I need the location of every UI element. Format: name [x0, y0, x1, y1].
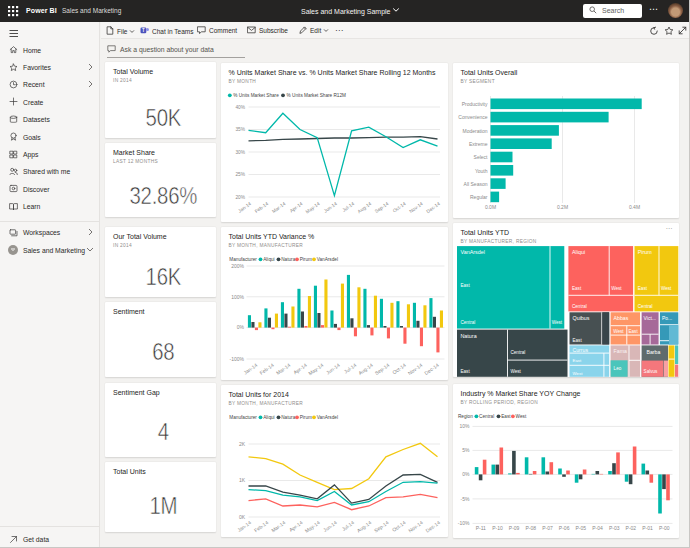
svg-text:Currus: Currus	[572, 346, 588, 352]
svg-text:Quibus: Quibus	[572, 315, 589, 321]
svg-text:Feb-14: Feb-14	[252, 519, 269, 533]
svg-text:T: T	[142, 27, 145, 32]
svg-text:Jun-14: Jun-14	[322, 519, 338, 533]
svg-text:Aug-14: Aug-14	[355, 519, 372, 533]
svg-text:Abbas: Abbas	[613, 315, 628, 321]
svg-text:Natura: Natura	[460, 332, 476, 338]
svg-text:East: East	[637, 286, 647, 291]
svg-text:% Units Market Share: % Units Market Share	[233, 93, 279, 98]
svg-text:P-10: P-10	[492, 525, 503, 531]
svg-text:Mar-14: Mar-14	[270, 519, 287, 533]
svg-text:Jun-14: Jun-14	[324, 362, 340, 376]
svg-text:Select: Select	[473, 154, 488, 160]
svg-text:Jan-14: Jan-14	[236, 519, 252, 533]
svg-text:P-03: P-03	[608, 525, 619, 531]
svg-text:Productivity: Productivity	[461, 101, 487, 107]
svg-text:P-09: P-09	[508, 525, 519, 531]
svg-text:Sep-14: Sep-14	[372, 519, 389, 533]
svg-text:Aliqui: Aliqui	[571, 249, 584, 255]
svg-text:Jul-14: Jul-14	[340, 519, 355, 532]
svg-text:Central: Central	[510, 350, 525, 355]
svg-text:West: West	[611, 286, 622, 291]
svg-text:Fama: Fama	[613, 347, 626, 353]
svg-text:Manufacturer: Manufacturer	[229, 257, 257, 262]
svg-text:Apr-14: Apr-14	[292, 362, 308, 376]
svg-text:35%: 35%	[235, 127, 245, 132]
svg-text:West: West	[510, 369, 521, 374]
svg-text:Dec-14: Dec-14	[423, 362, 440, 376]
svg-text:VanArsdel: VanArsdel	[460, 249, 484, 255]
svg-text:Jun-14: Jun-14	[323, 201, 338, 214]
svg-text:P-01: P-01	[642, 525, 653, 531]
svg-text:Vict...: Vict...	[643, 315, 655, 321]
svg-text:All Season: All Season	[463, 181, 487, 187]
svg-text:0K: 0K	[238, 514, 245, 520]
svg-text:5%: 5%	[462, 447, 470, 453]
svg-text:Nov-14: Nov-14	[406, 362, 423, 376]
svg-text:VanArsdel: VanArsdel	[316, 257, 337, 262]
svg-text:West: West	[613, 329, 624, 334]
svg-text:East: East	[571, 286, 581, 291]
svg-text:Aliqui: Aliqui	[263, 257, 274, 262]
svg-text:P-05: P-05	[575, 525, 586, 531]
svg-text:100%: 100%	[231, 294, 244, 300]
svg-text:Po...: Po...	[661, 315, 671, 321]
svg-text:% Units Market Share R12M: % Units Market Share R12M	[286, 93, 345, 98]
svg-text:30%: 30%	[235, 150, 245, 155]
svg-text:Barba: Barba	[646, 348, 660, 354]
svg-text:0.4M: 0.4M	[628, 204, 639, 210]
svg-text:Natura: Natura	[281, 415, 295, 420]
svg-text:0%: 0%	[236, 324, 244, 330]
svg-text:Mar-14: Mar-14	[271, 201, 287, 214]
svg-text:Manufacturer: Manufacturer	[229, 415, 257, 420]
svg-text:East: East	[572, 337, 582, 342]
svg-text:Salvus: Salvus	[643, 369, 657, 374]
svg-text:P-00: P-00	[658, 525, 669, 531]
svg-text:0.2M: 0.2M	[556, 204, 567, 210]
svg-text:May-14: May-14	[304, 201, 320, 214]
svg-text:Aug-14: Aug-14	[356, 201, 372, 214]
svg-text:Dec-14: Dec-14	[425, 201, 441, 214]
svg-text:1K: 1K	[238, 477, 245, 483]
svg-text:P-04: P-04	[592, 525, 603, 531]
svg-text:Nov-14: Nov-14	[407, 519, 424, 533]
svg-text:Regular: Regular	[469, 194, 487, 200]
svg-text:-5%: -5%	[460, 495, 469, 501]
svg-text:West: West	[515, 414, 526, 419]
svg-text:West: West	[660, 286, 671, 291]
svg-text:Pirum: Pirum	[299, 415, 311, 420]
svg-text:25%: 25%	[235, 172, 245, 177]
svg-text:May-14: May-14	[303, 519, 320, 534]
svg-text:Youth: Youth	[474, 168, 487, 174]
svg-text:200%: 200%	[231, 263, 244, 269]
svg-text:VanArsdel: VanArsdel	[316, 415, 337, 420]
svg-text:Jul-14: Jul-14	[341, 201, 355, 213]
svg-text:Pirum: Pirum	[637, 249, 652, 255]
svg-text:P-06: P-06	[558, 525, 569, 531]
svg-text:Dec-14: Dec-14	[424, 519, 441, 533]
svg-text:Aug-14: Aug-14	[357, 362, 374, 376]
svg-text:-100%: -100%	[229, 356, 244, 362]
svg-text:East: East	[572, 358, 582, 363]
svg-text:Feb-14: Feb-14	[258, 362, 275, 376]
svg-text:2K: 2K	[238, 441, 245, 447]
svg-text:Mar-14: Mar-14	[274, 362, 291, 376]
svg-text:Oct-14: Oct-14	[392, 201, 407, 214]
svg-text:40%: 40%	[235, 105, 245, 110]
svg-text:Apr-14: Apr-14	[288, 201, 303, 214]
svg-text:-10%: -10%	[457, 520, 469, 526]
svg-text:East: East	[460, 282, 470, 287]
svg-text:Oct-14: Oct-14	[391, 362, 407, 376]
svg-text:P-07: P-07	[542, 525, 553, 531]
svg-text:Sep-14: Sep-14	[373, 362, 390, 376]
svg-text:East: East	[460, 369, 470, 374]
svg-text:Jan-14: Jan-14	[242, 362, 258, 376]
svg-text:Leo: Leo	[613, 365, 621, 370]
svg-text:0%: 0%	[462, 471, 470, 477]
svg-text:Central: Central	[460, 320, 475, 325]
svg-text:Region: Region	[457, 414, 472, 419]
svg-text:Pirum: Pirum	[299, 257, 311, 262]
svg-text:P-02: P-02	[625, 525, 636, 531]
svg-text:Central: Central	[637, 303, 652, 308]
svg-text:West: West	[551, 320, 562, 325]
